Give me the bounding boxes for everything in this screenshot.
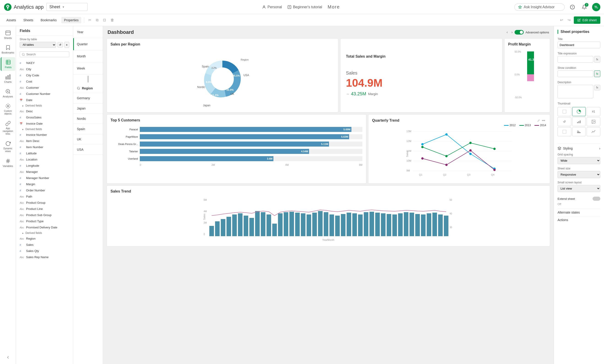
toggle-switch[interactable] [515, 30, 524, 35]
small-screen-select[interactable]: List view [558, 185, 600, 192]
field-item[interactable]: Abc Promised Delivery Date [16, 224, 73, 231]
field-item[interactable]: # Invoice Number [16, 132, 73, 138]
redo-button[interactable]: ↪ [566, 16, 572, 24]
assets-button[interactable]: Assets [4, 17, 19, 23]
field-item[interactable]: Abc Desc [16, 108, 73, 114]
prev-sheet-button[interactable]: ‹ [505, 29, 510, 35]
thumb-line[interactable] [587, 127, 600, 136]
sidebar-item-dynamic[interactable]: Dynamic views [1, 139, 15, 155]
month-filter[interactable]: Month [73, 50, 103, 62]
reload-button[interactable]: ↺ [57, 42, 63, 48]
thumb-bar[interactable] [572, 117, 586, 126]
table-select[interactable]: All tables [20, 42, 56, 48]
sidebar-item-variables[interactable]: Variables [1, 156, 15, 170]
field-item[interactable]: Abc Sales Rep Name [16, 254, 73, 260]
field-item[interactable]: Abc Product Type [16, 218, 73, 224]
sheets-button[interactable]: Sheets [21, 17, 36, 23]
field-item[interactable]: Abc Manager [16, 169, 73, 175]
region-item-uk[interactable]: UK [73, 134, 103, 145]
sidebar-item-bookmarks[interactable]: Bookmarks [1, 43, 15, 56]
week-filter[interactable]: Week [73, 62, 103, 74]
next-sheet-button[interactable]: › [510, 29, 514, 35]
title-input[interactable] [558, 42, 600, 48]
field-item[interactable]: # Latitude [16, 150, 73, 156]
grid-spacing-select[interactable]: Wide [558, 157, 600, 164]
extend-sheet-toggle[interactable] [592, 197, 600, 201]
region-item-usa[interactable]: USA [73, 145, 103, 155]
field-item[interactable]: # GrossSales [16, 114, 73, 121]
field-item[interactable]: Abc Product Sub Group [16, 212, 73, 218]
scroll-handle[interactable] [73, 74, 103, 84]
sidebar-item-sheets[interactable]: Sheets [1, 28, 15, 42]
tutorial-nav-item[interactable]: Beginner's tutorial [287, 5, 322, 9]
field-item[interactable]: # Sales Qty [16, 248, 73, 254]
derived-fields-item[interactable]: ▸ Derived fields [16, 231, 73, 235]
ask-insight-bar[interactable]: Ask Insight Advisor [514, 3, 565, 11]
sidebar-collapse-button[interactable] [4, 353, 12, 362]
field-item[interactable]: # Margin [16, 181, 73, 187]
thumb-blank2[interactable] [558, 127, 571, 136]
delete-button[interactable]: 🗑 [109, 17, 115, 24]
field-item[interactable]: 📅 Date [16, 97, 73, 103]
advanced-options-toggle[interactable]: Advanced options [515, 30, 549, 35]
thumb-reload[interactable]: ↺ [558, 117, 571, 126]
cut-button[interactable]: ✂ [87, 16, 93, 24]
thumb-pie[interactable] [572, 107, 586, 116]
sheet-size-select[interactable]: Responsive [558, 171, 600, 178]
styling-section-header[interactable]: Styling › [558, 144, 600, 153]
year-filter[interactable]: Year [73, 26, 103, 38]
user-avatar[interactable]: TL [592, 3, 600, 11]
edit-sheet-button[interactable]: Edit sheet [574, 16, 600, 24]
quarter-filter[interactable]: Quarter [73, 38, 103, 50]
region-item-nordic[interactable]: Nordic [73, 114, 103, 124]
field-item[interactable]: # Cost [16, 78, 73, 85]
show-condition-input[interactable] [558, 70, 593, 77]
derived-fields-item[interactable]: ▸ Derived fields [16, 103, 73, 108]
notifications-button[interactable]: 3 [580, 3, 589, 11]
field-item[interactable]: # %KEY [16, 60, 73, 66]
region-item-japan[interactable]: Japan [73, 103, 103, 114]
field-item[interactable]: # City Code [16, 72, 73, 78]
field-item[interactable]: Abc Region [16, 235, 73, 242]
field-item[interactable]: Abc Item Desc [16, 138, 73, 144]
properties-button[interactable]: Properties [61, 17, 81, 23]
thumb-blank[interactable] [558, 107, 571, 116]
paste-button[interactable]: ⊡ [101, 16, 107, 24]
personal-nav-item[interactable]: Personal [262, 5, 282, 9]
thumb-stacked-bar[interactable] [572, 127, 586, 136]
field-item[interactable]: # Customer Number [16, 91, 73, 97]
sidebar-item-analyses[interactable]: Analyses [1, 86, 15, 100]
help-button[interactable]: ? [568, 3, 577, 11]
more-nav-item[interactable]: More [328, 4, 340, 10]
sidebar-item-custom[interactable]: Custom objects [1, 101, 15, 118]
field-item[interactable]: Abc Path [16, 194, 73, 200]
description-textarea[interactable] [558, 85, 593, 98]
undo-button[interactable]: ↩ [559, 16, 565, 24]
sidebar-item-appnav[interactable]: App navigation links [1, 119, 15, 138]
thumb-image[interactable] [587, 117, 600, 126]
show-condition-fx-button[interactable]: fx [594, 70, 600, 77]
description-fx-button[interactable]: fx [594, 85, 600, 90]
title-expression-fx-button[interactable]: fx [594, 56, 600, 63]
field-item[interactable]: Abc City [16, 66, 73, 72]
field-item[interactable]: Abc Product Group [16, 200, 73, 206]
field-item[interactable]: Abc Location [16, 156, 73, 163]
field-item[interactable]: Abc Customer [16, 85, 73, 91]
bookmarks-toolbar-button[interactable]: Bookmarks [38, 17, 60, 23]
region-item-germany[interactable]: Germany [73, 93, 103, 103]
field-item[interactable]: 📅 Invoice Date [16, 121, 73, 127]
field-item[interactable]: # Order Number [16, 187, 73, 194]
field-search-input[interactable] [26, 53, 67, 56]
sidebar-item-fields[interactable]: Fields [1, 57, 15, 71]
title-expression-input[interactable] [558, 56, 593, 63]
more-options-button[interactable]: ••• [541, 118, 546, 123]
sidebar-item-charts[interactable]: Charts [1, 72, 15, 85]
field-search-box[interactable] [20, 51, 69, 57]
copy-button[interactable]: ⧉ [94, 17, 100, 24]
region-item-spain[interactable]: Spain [73, 124, 103, 134]
derived-fields-item[interactable]: ▸ Derived fields [16, 127, 73, 132]
field-item[interactable]: Abc Product Line [16, 206, 73, 212]
add-field-button[interactable]: + [64, 42, 69, 48]
expand-button[interactable]: ⤢ [536, 118, 541, 123]
field-item[interactable]: # Item Number [16, 144, 73, 150]
